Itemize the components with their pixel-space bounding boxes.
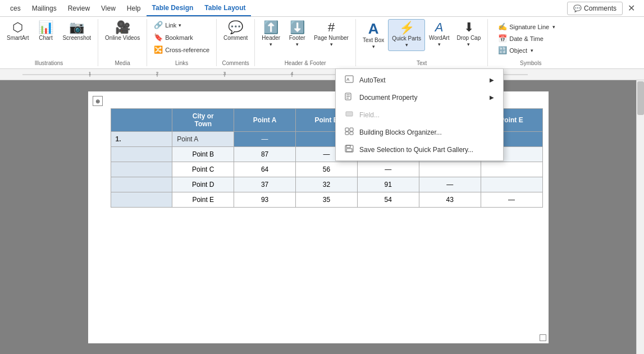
row-c: — [357, 162, 419, 177]
svg-rect-25 [346, 145, 350, 148]
row-e: — [481, 192, 542, 208]
drop-cap-small-button[interactable]: 🔡 Object ▾ [496, 45, 565, 56]
footer-button[interactable]: ⬇️ Footer ▾ [285, 19, 309, 50]
row-a: 64 [234, 162, 296, 177]
text-group-label: Text [417, 59, 427, 66]
table-row: Point E 93 35 54 43 — [111, 192, 542, 208]
comments-button[interactable]: 💬 Comments [567, 2, 623, 15]
symbols-label: Symbols [520, 59, 541, 66]
header-footer-label: Header & Footer [285, 59, 326, 66]
tab-review[interactable]: Review [62, 1, 95, 16]
row-a: 93 [234, 192, 296, 208]
row-a: 37 [234, 177, 296, 192]
chart-button[interactable]: 📊 Chart [33, 19, 58, 44]
table-move-handle[interactable]: ⊕ [93, 96, 103, 106]
autotext-arrow: ▶ [490, 77, 494, 83]
tab-table-layout[interactable]: Table Layout [199, 1, 251, 16]
row-b: 35 [296, 192, 358, 208]
building-blocks-icon [345, 127, 354, 137]
screenshot-icon: 📷 [69, 21, 84, 34]
svg-rect-19 [346, 112, 353, 116]
link-dropdown-icon: ▾ [179, 22, 181, 28]
signature-line-button[interactable]: ✍️ Signature Line ▾ [496, 21, 565, 32]
svg-rect-23 [350, 132, 353, 135]
bookmark-icon: 🔖 [154, 33, 163, 42]
row-city: Point B [172, 147, 234, 162]
menu-item-autotext[interactable]: A AutoText ▶ [336, 71, 503, 89]
page-number-button[interactable]: # Page Number ▾ [310, 19, 352, 50]
drop-cap-small-icon: 🔡 [498, 46, 507, 54]
smart-art-button[interactable]: ⬡ SmartArt [3, 19, 32, 44]
tab-mailings[interactable]: Mailings [26, 1, 62, 16]
text-group: A Text Box ▾ ⚡ Quick Parts ▾ A WordArt ▾… [356, 19, 488, 66]
autotext-icon: A [345, 75, 354, 85]
row-city: Point E [172, 192, 234, 208]
header-button[interactable]: ⬆️ Header ▾ [258, 19, 284, 50]
link-button[interactable]: 🔗 Link ▾ [150, 19, 213, 31]
signature-line-icon: ✍️ [498, 22, 507, 31]
comment-icon: 💬 [573, 4, 582, 12]
tab-view[interactable]: View [95, 1, 121, 16]
tab-help[interactable]: Help [121, 1, 147, 16]
vertical-scrollbar[interactable] [636, 80, 644, 354]
footer-icon: ⬇️ [290, 21, 305, 34]
header-icon: ⬆️ [263, 21, 278, 34]
row-e [481, 177, 542, 192]
row-c: 91 [357, 177, 419, 192]
svg-rect-21 [350, 128, 353, 131]
svg-rect-22 [345, 132, 349, 135]
row-b: 32 [296, 177, 358, 192]
online-videos-button[interactable]: 🎥 Online Videos [102, 19, 143, 44]
smart-art-icon: ⬡ [12, 21, 23, 34]
quick-parts-icon: ⚡ [399, 22, 414, 34]
tab-table-design[interactable]: Table Design [147, 1, 199, 16]
online-videos-icon: 🎥 [115, 21, 130, 34]
menu-item-save-selection[interactable]: Save Selection to Quick Part Gallery... [336, 141, 503, 158]
row-d: — [419, 177, 481, 192]
svg-text:1: 1 [88, 71, 91, 76]
menu-item-building-blocks[interactable]: Building Blocks Organizer... [336, 123, 503, 141]
bookmark-button[interactable]: 🔖 Bookmark [150, 31, 213, 43]
text-box-dropdown-icon: ▾ [372, 44, 375, 50]
drop-cap-button[interactable]: ⬇ Drop Cap ▾ [453, 19, 484, 50]
row-d [419, 162, 481, 177]
link-icon: 🔗 [154, 21, 163, 29]
close-button[interactable]: ✕ [623, 0, 640, 17]
svg-text:4: 4 [290, 71, 293, 76]
screenshot-button[interactable]: 📷 Screenshot [59, 19, 94, 44]
text-box-button[interactable]: A Text Box ▾ [359, 19, 387, 52]
row-city: Point D [172, 177, 234, 192]
footer-dropdown-icon: ▾ [296, 42, 299, 48]
menu-item-field: Field... [336, 106, 503, 123]
quick-parts-button[interactable]: ⚡ Quick Parts ▾ [388, 19, 425, 51]
scroll-thumb[interactable] [637, 81, 644, 115]
date-time-icon: 📅 [498, 34, 507, 43]
links-label: Links [175, 59, 188, 66]
illustrations-group: ⬡ SmartArt 📊 Chart 📷 Screenshot Illustra… [0, 19, 98, 66]
row-c: 54 [357, 192, 419, 208]
cross-reference-button[interactable]: 🔀 Cross-reference [150, 44, 213, 56]
menu-item-document-property[interactable]: Document Property ▶ [336, 89, 503, 106]
links-group: 🔗 Link ▾ 🔖 Bookmark 🔀 Cross-reference Li… [147, 19, 217, 66]
svg-text:2: 2 [156, 71, 158, 76]
field-icon [345, 110, 354, 119]
page-number-icon: # [328, 21, 335, 34]
comment-insert-icon: 💬 [228, 21, 243, 34]
comments-group-label: Comments [222, 59, 249, 66]
date-time-button[interactable]: 📅 Date & Time [496, 33, 565, 44]
signature-dropdown-icon: ▾ [552, 24, 555, 30]
comment-insert-button[interactable]: 💬 Comment [220, 19, 251, 44]
chart-icon: 📊 [38, 21, 53, 34]
media-label: Media [115, 59, 130, 66]
save-selection-icon [345, 145, 354, 154]
cross-reference-icon: 🔀 [154, 45, 163, 54]
word-art-icon: A [435, 21, 444, 34]
illustrations-label: Illustrations [35, 59, 63, 66]
header-footer-group: ⬆️ Header ▾ ⬇️ Footer ▾ # Page Number ▾ … [255, 19, 356, 66]
table-resize-handle[interactable] [540, 334, 546, 341]
word-art-button[interactable]: A WordArt ▾ [426, 19, 453, 50]
row-e [481, 162, 542, 177]
svg-rect-20 [345, 128, 349, 131]
table-row: Point D 37 32 91 — [111, 177, 542, 192]
tab-ces[interactable]: ces [4, 1, 26, 16]
